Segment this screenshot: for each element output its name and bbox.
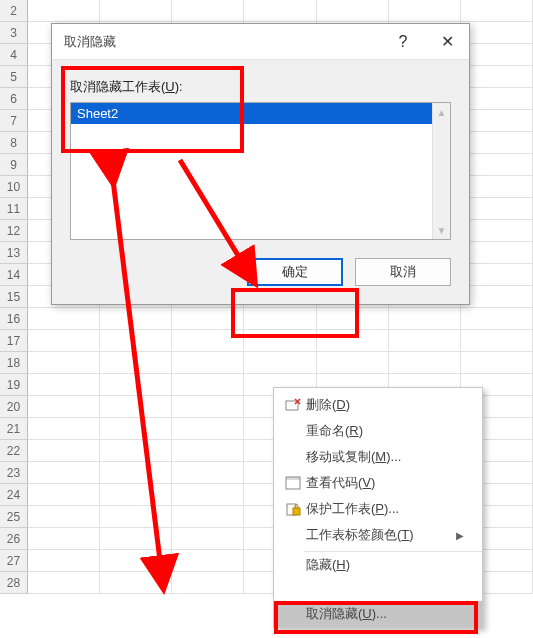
cell[interactable] [28, 484, 100, 506]
cell[interactable] [28, 352, 100, 374]
cell[interactable] [28, 550, 100, 572]
cell[interactable] [172, 528, 244, 550]
menu-item-move[interactable]: 移动或复制(M)... [274, 444, 482, 470]
scroll-down-icon[interactable]: ▼ [433, 221, 450, 239]
cell[interactable] [172, 418, 244, 440]
row-header[interactable]: 3 [0, 22, 28, 44]
row-header[interactable]: 19 [0, 374, 28, 396]
row-header[interactable]: 5 [0, 66, 28, 88]
cell[interactable] [28, 330, 100, 352]
cell[interactable] [244, 352, 316, 374]
cell[interactable] [461, 22, 533, 44]
row-header[interactable]: 7 [0, 110, 28, 132]
cell[interactable] [172, 0, 244, 22]
cancel-button[interactable]: 取消 [355, 258, 451, 286]
cell[interactable] [100, 0, 172, 22]
cell[interactable] [100, 396, 172, 418]
menu-item-unhide[interactable]: 取消隐藏(U)... [274, 601, 482, 627]
row-header[interactable]: 23 [0, 462, 28, 484]
cell[interactable] [100, 462, 172, 484]
ok-button[interactable]: 确定 [247, 258, 343, 286]
cell[interactable] [461, 0, 533, 22]
cell[interactable] [389, 308, 461, 330]
cell[interactable] [28, 418, 100, 440]
cell[interactable] [317, 308, 389, 330]
cell[interactable] [100, 440, 172, 462]
cell[interactable] [244, 308, 316, 330]
row-header[interactable]: 12 [0, 220, 28, 242]
cell[interactable] [100, 418, 172, 440]
cell[interactable] [461, 176, 533, 198]
cell[interactable] [28, 374, 100, 396]
row-header[interactable]: 18 [0, 352, 28, 374]
cell[interactable] [461, 352, 533, 374]
cell[interactable] [28, 506, 100, 528]
menu-item-protect[interactable]: 保护工作表(P)... [274, 496, 482, 522]
cell[interactable] [461, 110, 533, 132]
row-header[interactable]: 16 [0, 308, 28, 330]
cell[interactable] [461, 154, 533, 176]
sheet-listbox[interactable]: Sheet2 ▲ ▼ [70, 102, 451, 240]
cell[interactable] [172, 330, 244, 352]
cell[interactable] [461, 330, 533, 352]
row-header[interactable]: 24 [0, 484, 28, 506]
row-header[interactable]: 21 [0, 418, 28, 440]
scroll-up-icon[interactable]: ▲ [433, 103, 450, 121]
cell[interactable] [461, 198, 533, 220]
cell[interactable] [28, 528, 100, 550]
cell[interactable] [100, 572, 172, 594]
cell[interactable] [389, 330, 461, 352]
cell[interactable] [172, 374, 244, 396]
cell[interactable] [172, 440, 244, 462]
cell[interactable] [100, 352, 172, 374]
close-button[interactable]: ✕ [425, 24, 469, 60]
cell[interactable] [244, 330, 316, 352]
cell[interactable] [461, 132, 533, 154]
cell[interactable] [461, 44, 533, 66]
row-header[interactable]: 22 [0, 440, 28, 462]
cell[interactable] [461, 308, 533, 330]
row-header[interactable]: 17 [0, 330, 28, 352]
cell[interactable] [100, 550, 172, 572]
cell[interactable] [461, 286, 533, 308]
row-header[interactable]: 10 [0, 176, 28, 198]
cell[interactable] [28, 308, 100, 330]
cell[interactable] [461, 88, 533, 110]
row-header[interactable]: 11 [0, 198, 28, 220]
row-header[interactable]: 4 [0, 44, 28, 66]
scrollbar[interactable]: ▲ ▼ [432, 103, 450, 239]
cell[interactable] [172, 352, 244, 374]
cell[interactable] [461, 220, 533, 242]
cell[interactable] [172, 396, 244, 418]
help-button[interactable]: ? [381, 24, 425, 60]
row-header[interactable]: 28 [0, 572, 28, 594]
cell[interactable] [317, 352, 389, 374]
row-header[interactable]: 13 [0, 242, 28, 264]
cell[interactable] [28, 0, 100, 22]
cell[interactable] [461, 66, 533, 88]
cell[interactable] [172, 550, 244, 572]
cell[interactable] [172, 572, 244, 594]
dialog-titlebar[interactable]: 取消隐藏 ? ✕ [52, 24, 469, 60]
cell[interactable] [100, 528, 172, 550]
cell[interactable] [317, 0, 389, 22]
cell[interactable] [100, 308, 172, 330]
row-header[interactable]: 27 [0, 550, 28, 572]
menu-item-tabcolor[interactable]: 工作表标签颜色(T) ▶ [274, 522, 482, 548]
row-header[interactable]: 15 [0, 286, 28, 308]
cell[interactable] [100, 330, 172, 352]
menu-item-viewcode[interactable]: 查看代码(V) [274, 470, 482, 496]
cell[interactable] [100, 484, 172, 506]
cell[interactable] [28, 462, 100, 484]
row-header[interactable]: 20 [0, 396, 28, 418]
cell[interactable] [28, 396, 100, 418]
menu-item-delete[interactable]: 删除(D) [274, 392, 482, 418]
cell[interactable] [100, 506, 172, 528]
cell[interactable] [100, 374, 172, 396]
cell[interactable] [317, 330, 389, 352]
cell[interactable] [28, 572, 100, 594]
cell[interactable] [172, 484, 244, 506]
row-header[interactable]: 26 [0, 528, 28, 550]
cell[interactable] [172, 308, 244, 330]
cell[interactable] [389, 0, 461, 22]
